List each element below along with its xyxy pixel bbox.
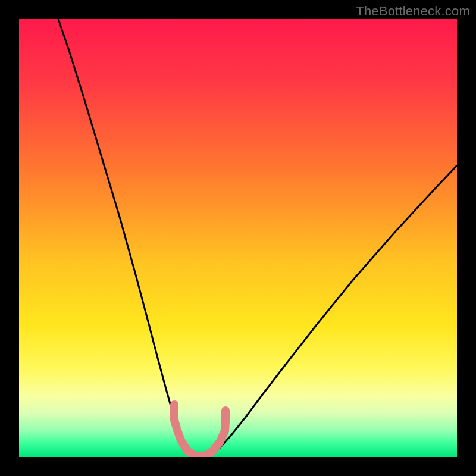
plot-area xyxy=(19,19,457,457)
watermark-text: TheBottleneck.com xyxy=(356,4,470,19)
series-left-branch xyxy=(58,19,198,457)
chart-frame: TheBottleneck.com xyxy=(0,0,476,476)
series-bottom-marker xyxy=(174,405,226,456)
series-right-branch xyxy=(198,165,457,457)
curve-layer xyxy=(19,19,457,457)
